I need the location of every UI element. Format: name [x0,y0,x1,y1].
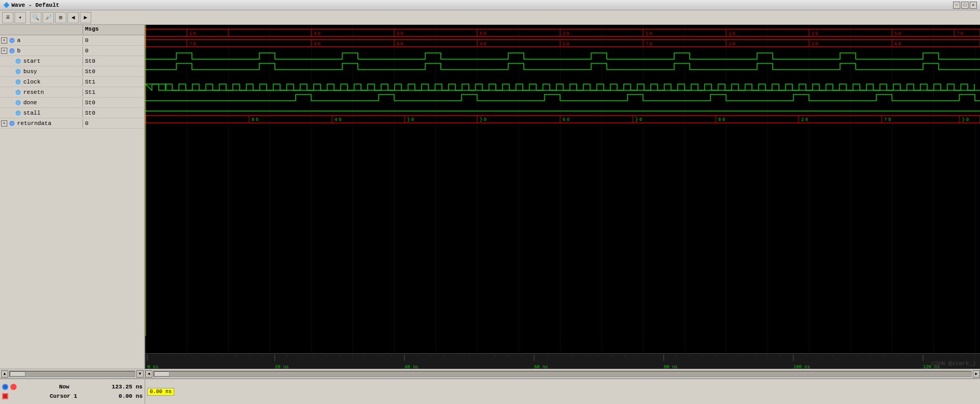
cursor-value: 0.00 ns [119,393,143,399]
svg-text:0 ns: 0 ns [147,365,159,369]
signal-row[interactable]: ~ startSt0 [0,56,144,66]
svg-text:0: 0 [960,31,963,36]
close-button[interactable]: ✕ [970,2,977,9]
timeline: 0 ns 20 ns [145,353,980,369]
svg-text:7: 7 [957,31,959,36]
vertical-scroll-track[interactable] [9,371,135,377]
wave-canvas[interactable]: 1 0 4 0 9 0 8 0 2 0 5 0 1 0 [145,25,980,353]
signal-row[interactable]: + ~ a0 [0,35,144,46]
scroll-left-btn[interactable]: ▲ [1,370,8,378]
svg-text:1: 1 [811,31,814,36]
svg-text:1: 1 [729,31,731,36]
svg-text:20 ns: 20 ns [275,365,289,369]
svg-text:0: 0 [483,41,486,47]
scroll-bar: ▲ ▼ ◀ ▶ [0,369,980,378]
svg-text:7: 7 [646,41,648,47]
svg-text:~: ~ [17,112,19,115]
signal-row[interactable]: ~ doneSt0 [0,97,144,108]
signal-name-label: b [17,48,21,54]
svg-text:5: 5 [646,31,648,36]
cursor-time-display: 0.00 ns [147,388,174,396]
timeline-svg: 0 ns 20 ns [145,355,980,369]
svg-text:~: ~ [17,91,19,94]
svg-text:0: 0 [483,31,486,36]
scroll-left-horiz-btn[interactable]: ◀ [145,370,152,378]
svg-text:60 ns: 60 ns [534,365,548,369]
signal-name-cell: + ~ b [0,47,83,55]
signal-value-label: St1 [83,89,97,96]
minimize-button[interactable]: ─ [953,2,960,9]
toolbar-next-btn[interactable]: ▶ [80,12,91,23]
svg-text:0: 0 [815,31,818,36]
signal-type-icon: ~ [15,99,22,106]
svg-text:0: 0 [566,41,569,47]
expand-button[interactable]: + [1,37,7,44]
svg-text:9: 9 [397,31,399,36]
svg-text:8: 8 [480,31,482,36]
signal-type-icon: ~ [15,58,22,65]
svg-text:7: 7 [884,117,887,122]
cursor-row: Cursor 1 0.00 ns [2,393,143,399]
toolbar-zoom-in-btn[interactable]: 🔍 [30,12,41,23]
svg-text:0: 0 [411,117,414,122]
svg-text:4: 4 [314,31,316,36]
signal-row[interactable]: ~ resetnSt1 [0,87,144,97]
vertical-scroll-thumb[interactable] [10,371,25,377]
signal-name-label: start [23,58,40,64]
signal-name-cell: ~ done [0,99,83,107]
svg-text:}: } [962,117,964,122]
toolbar-prev-btn[interactable]: ◀ [67,12,79,23]
signal-value-label: 0 [83,47,91,54]
wave-area[interactable]: Msgs 1 0 4 [145,25,980,369]
signal-type-icon: ~ [8,37,16,44]
svg-text:1: 1 [729,41,731,47]
cursor-label: Cursor 1 [50,393,77,399]
maximize-button[interactable]: □ [961,2,969,9]
svg-text:0: 0 [888,117,891,122]
scroll-right-btn2[interactable]: ▼ [136,370,144,378]
title-bar-buttons: ─ □ ✕ [953,2,977,9]
signal-name-label: busy [23,68,37,75]
status-bar: Now 123.25 ns Cursor 1 0.00 ns 0.00 ns [0,378,980,404]
svg-text:0: 0 [639,117,642,122]
signal-row[interactable]: + ~ b0 [0,46,144,56]
svg-text:0: 0 [966,117,969,122]
svg-text:0: 0 [815,41,818,47]
signal-row[interactable]: ~ stallSt0 [0,108,144,118]
svg-text:0: 0 [649,31,652,36]
toolbar: ≡ ▾ 🔍 🔎 ⊞ ◀ ▶ [0,10,980,25]
svg-text:0: 0 [567,117,569,122]
signal-name-cell: ~ busy [0,67,83,76]
svg-text:4: 4 [334,117,337,122]
signal-row[interactable]: + ~ returndata0 [0,118,144,129]
signal-name-header [0,25,83,35]
signal-row[interactable]: ~ clockSt1 [0,77,144,87]
signal-row[interactable]: ~ busySt0 [0,66,144,77]
horizontal-scroll-thumb[interactable] [154,371,170,377]
expand-button[interactable]: + [1,48,7,54]
svg-text:80 ns: 80 ns [664,365,678,369]
status-icon2 [10,384,17,390]
toolbar-zoom-out-btn[interactable]: 🔎 [43,12,54,23]
svg-text:7: 7 [189,41,192,47]
svg-text:0: 0 [649,41,652,47]
svg-text:~: ~ [11,122,13,126]
svg-text:0: 0 [193,41,195,47]
svg-text:~: ~ [17,101,19,105]
svg-text:0: 0 [193,31,195,36]
signal-msgs-header: Msgs [83,25,101,35]
signal-name-label: stall [23,110,40,116]
svg-text:5: 5 [563,41,565,47]
toolbar-fit-btn[interactable]: ⊞ [55,12,66,23]
toolbar-menu-btn[interactable]: ≡ [2,12,13,23]
expand-button[interactable]: + [1,120,7,127]
signal-value-label: St0 [83,68,97,75]
signal-type-icon: ~ [15,89,22,96]
horizontal-scroll-track[interactable] [153,371,972,377]
toolbar-dropdown-btn[interactable]: ▾ [15,12,26,23]
now-value: 123.25 ns [112,384,143,390]
signal-name-cell: + ~ returndata [0,119,83,128]
status-left: Now 123.25 ns Cursor 1 0.00 ns [0,379,145,404]
scroll-right-horiz-btn[interactable]: ▶ [973,370,980,378]
cursor-icon [2,393,8,399]
